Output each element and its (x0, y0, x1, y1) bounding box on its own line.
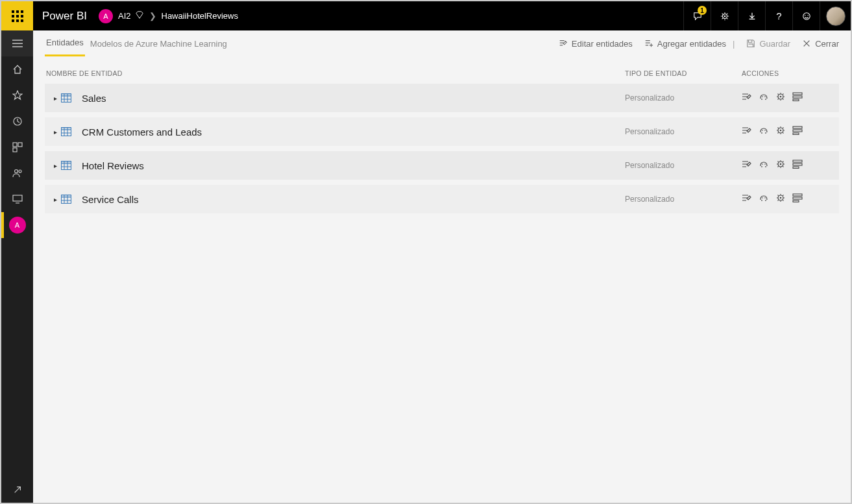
expand-caret-icon[interactable]: ▸ (54, 95, 57, 102)
main-content: Entidades Modelos de Azure Machine Learn… (33, 30, 851, 503)
nav-toggle-button[interactable] (1, 30, 33, 56)
row-ai-icon[interactable] (759, 92, 769, 104)
clock-icon (12, 116, 23, 126)
monitor-icon (12, 194, 23, 204)
entity-row[interactable]: ▸Hotel ReviewsPersonalizado (45, 151, 839, 180)
row-settings-icon[interactable] (775, 92, 786, 104)
svg-rect-44 (793, 126, 802, 128)
row-edit-icon[interactable] (742, 193, 752, 205)
grid-header: NOMBRE DE ENTIDAD TIPO DE ENTIDAD ACCION… (45, 56, 839, 84)
svg-point-12 (805, 14, 805, 15)
nav-shared[interactable] (1, 160, 33, 186)
app-launcher-button[interactable] (1, 1, 33, 30)
add-entities-button[interactable]: Agregar entidades (644, 39, 726, 49)
expand-caret-icon[interactable]: ▸ (54, 128, 57, 136)
entity-name: CRM Customers and Leads (82, 126, 202, 138)
download-icon (748, 12, 757, 21)
svg-point-10 (724, 15, 725, 17)
row-ai-icon[interactable] (759, 126, 769, 138)
nav-workspaces[interactable] (1, 186, 33, 212)
row-actions (742, 193, 839, 205)
expand-caret-icon[interactable]: ▸ (54, 196, 57, 203)
svg-rect-16 (18, 143, 22, 147)
svg-point-13 (807, 14, 808, 15)
people-icon (12, 168, 23, 178)
svg-rect-26 (62, 94, 71, 97)
star-icon (12, 90, 23, 101)
workspace-name[interactable]: AI2 (118, 11, 131, 21)
row-ai-icon[interactable] (759, 193, 769, 205)
settings-button[interactable] (711, 1, 738, 30)
save-icon (746, 39, 755, 48)
tab-entities[interactable]: Entidades (45, 30, 85, 56)
row-actions (742, 126, 839, 138)
tab-ml-models[interactable]: Modelos de Azure Machine Learning (89, 30, 228, 56)
row-edit-icon[interactable] (742, 160, 752, 171)
svg-point-67 (764, 197, 766, 198)
entity-name: Service Calls (82, 194, 139, 205)
row-edit-icon[interactable] (742, 126, 752, 138)
nav-home[interactable] (1, 56, 33, 82)
download-button[interactable] (738, 1, 765, 30)
row-actions (742, 160, 839, 171)
row-edit-icon[interactable] (742, 92, 752, 104)
edit-entities-button[interactable]: Editar entidades (559, 39, 633, 49)
entity-name: Sales (82, 93, 106, 104)
svg-point-18 (14, 170, 18, 173)
entity-row[interactable]: ▸SalesPersonalizado (45, 84, 839, 112)
expand-caret-icon[interactable]: ▸ (54, 162, 57, 169)
breadcrumb-current[interactable]: HawaiiHotelReviews (162, 11, 239, 21)
svg-rect-72 (793, 200, 799, 202)
svg-point-27 (762, 96, 763, 97)
row-properties-icon[interactable] (792, 193, 803, 205)
entity-type: Personalizado (625, 93, 742, 102)
workspace-badge[interactable]: A (99, 9, 113, 23)
svg-rect-20 (13, 195, 22, 201)
nav-favorites[interactable] (1, 82, 33, 108)
feedback-button[interactable] (792, 1, 820, 30)
svg-point-19 (19, 170, 21, 173)
nav-apps[interactable] (1, 134, 33, 160)
entity-type: Personalizado (625, 127, 742, 136)
row-settings-icon[interactable] (775, 160, 786, 171)
action-bar: Entidades Modelos de Azure Machine Learn… (33, 30, 851, 56)
col-header-type: TIPO DE ENTIDAD (625, 69, 742, 77)
svg-point-11 (803, 12, 810, 19)
nav-recent[interactable] (1, 108, 33, 134)
svg-point-40 (762, 130, 763, 131)
nav-get-data[interactable] (1, 477, 33, 503)
close-label: Cerrar (815, 39, 839, 49)
row-properties-icon[interactable] (792, 160, 803, 171)
avatar (826, 6, 846, 26)
notifications-button[interactable]: 1 (683, 1, 711, 30)
nav-current-workspace[interactable]: A (1, 212, 33, 238)
entity-name: Hotel Reviews (82, 160, 144, 171)
close-button[interactable]: Cerrar (802, 39, 839, 49)
edit-entities-label: Editar entidades (572, 39, 633, 49)
svg-rect-70 (793, 194, 802, 196)
row-properties-icon[interactable] (792, 92, 803, 104)
col-header-actions: ACCIONES (742, 69, 839, 77)
product-name[interactable]: Power BI (42, 10, 87, 23)
help-button[interactable]: ? (765, 1, 792, 30)
row-ai-icon[interactable] (759, 160, 769, 171)
svg-point-69 (780, 197, 782, 199)
row-settings-icon[interactable] (775, 193, 786, 205)
row-properties-icon[interactable] (792, 126, 803, 138)
col-header-name: NOMBRE DE ENTIDAD (45, 69, 625, 77)
svg-rect-59 (793, 167, 799, 169)
svg-rect-6 (12, 19, 14, 22)
waffle-icon (12, 10, 23, 22)
add-list-icon (644, 39, 653, 48)
save-button[interactable]: Guardar (746, 39, 790, 49)
entity-row[interactable]: ▸Service CallsPersonalizado (45, 185, 839, 213)
profile-button[interactable] (820, 1, 851, 30)
table-icon (61, 161, 71, 170)
row-settings-icon[interactable] (775, 126, 786, 138)
close-icon (802, 39, 811, 48)
svg-rect-17 (13, 148, 17, 152)
svg-rect-31 (793, 93, 802, 95)
edit-list-icon (559, 39, 568, 48)
svg-rect-65 (62, 195, 71, 198)
entity-row[interactable]: ▸CRM Customers and LeadsPersonalizado (45, 117, 839, 146)
